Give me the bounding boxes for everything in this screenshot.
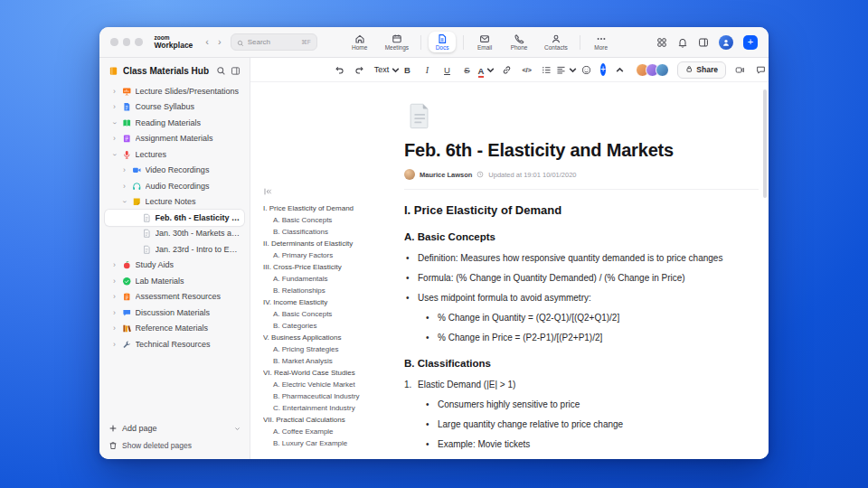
sidebar-item[interactable]: ›Video Recordings <box>105 163 244 179</box>
bold-button[interactable]: B <box>401 61 413 78</box>
sidebar-search-icon[interactable] <box>216 66 226 76</box>
strikethrough-button[interactable]: S <box>461 61 473 78</box>
outline-item[interactable]: VII. Practical Calculations <box>263 414 397 426</box>
tab-email[interactable]: Email <box>471 32 498 53</box>
sidebar-item[interactable]: ›Jan. 30th - Markets and P... <box>105 226 244 242</box>
doc-list-item[interactable]: •% Change in Quantity = (Q2-Q1)/[(Q2+Q1)… <box>404 312 759 324</box>
outline-item[interactable]: A. Fundamentals <box>263 273 397 285</box>
search-input[interactable]: Search ⌘F <box>231 33 317 51</box>
outline-item[interactable]: B. Classifications <box>263 226 397 238</box>
chevron-right-icon[interactable]: › <box>120 183 128 191</box>
outline-item[interactable]: B. Market Analysis <box>263 355 397 367</box>
sidebar-item[interactable]: ›Assessment Resources <box>105 289 244 305</box>
tab-phone[interactable]: Phone <box>505 32 533 53</box>
add-page-chevron-icon[interactable] <box>234 426 241 432</box>
doc-list-item[interactable]: •Consumers highly sensitive to price <box>404 399 759 410</box>
outline-item[interactable]: B. Relationships <box>263 285 397 296</box>
tab-contacts[interactable]: Contacts <box>540 32 572 53</box>
outline-item[interactable]: A. Electric Vehicle Market <box>263 379 397 390</box>
doc-heading[interactable]: A. Basic Concepts <box>404 231 759 242</box>
tab-meetings[interactable]: Meetings <box>381 32 413 53</box>
text-color-button[interactable]: A <box>481 61 493 78</box>
sidebar-item[interactable]: ›Lecture Notes <box>105 194 244 211</box>
chevron-right-icon[interactable]: › <box>110 103 118 111</box>
tab-docs[interactable]: Docs <box>429 32 456 53</box>
sidebar-item[interactable]: ›Jan. 23rd - Intro to Econo... <box>105 241 244 258</box>
doc-list-item[interactable]: •Uses midpoint formula to avoid asymmetr… <box>404 292 759 304</box>
chevron-right-icon[interactable]: › <box>110 261 118 269</box>
collapse-outline-icon[interactable] <box>263 187 272 196</box>
notifications-bell-icon[interactable] <box>677 37 688 48</box>
outline-item[interactable]: A. Coffee Example <box>263 426 397 437</box>
underline-button[interactable]: U <box>441 61 453 78</box>
outline-item[interactable]: IV. Income Elasticity <box>263 296 397 308</box>
new-item-button[interactable]: + <box>743 35 758 50</box>
doc-list-item[interactable]: •Example: Movie tickets <box>404 438 759 450</box>
back-arrow-icon[interactable]: ‹ <box>205 37 209 47</box>
outline-item[interactable]: III. Cross-Price Elasticity <box>263 261 397 273</box>
doc-list-item[interactable]: •Definition: Measures how responsive qua… <box>404 252 759 264</box>
chevron-right-icon[interactable]: › <box>110 341 118 349</box>
sidebar-collapse-icon[interactable] <box>231 66 241 76</box>
doc-list-item[interactable]: •% Change in Price = (P2-P1)/[(P2+P1)/2] <box>404 332 759 343</box>
outline-item[interactable]: A. Primary Factors <box>263 249 397 261</box>
collapse-toolbar-button[interactable] <box>614 61 626 78</box>
chevron-down-icon[interactable]: › <box>120 198 128 206</box>
outline-item[interactable]: A. Basic Concepts <box>263 308 397 320</box>
show-deleted-pages-button[interactable]: Show deleted pages <box>108 441 241 450</box>
zoom-window-button[interactable] <box>135 38 143 46</box>
doc-list-item[interactable]: •Large quantity change relative to price… <box>404 418 759 430</box>
sidebar-item[interactable]: ›Audio Recordings <box>105 178 244 194</box>
outline-item[interactable]: A. Basic Concepts <box>263 214 397 226</box>
outline-item[interactable]: I. Price Elasticity of Demand <box>263 202 397 214</box>
share-button[interactable]: Share <box>677 61 726 79</box>
outline-item[interactable]: B. Categories <box>263 320 397 332</box>
sidebar-item[interactable]: ›Course Syllabus <box>105 99 244 116</box>
doc-heading[interactable]: I. Price Elasticity of Demand <box>404 203 759 217</box>
insert-block-button[interactable]: + <box>600 63 606 76</box>
text-style-dropdown[interactable]: Text <box>382 61 393 78</box>
chevron-right-icon[interactable]: › <box>110 309 118 317</box>
minimize-window-button[interactable] <box>123 38 131 46</box>
tab-more[interactable]: More <box>588 32 615 53</box>
sidebar-item[interactable]: ›Reading Materials <box>105 115 244 131</box>
close-window-button[interactable] <box>110 38 118 46</box>
apps-grid-icon[interactable] <box>656 37 667 48</box>
chevron-right-icon[interactable]: › <box>110 135 118 143</box>
collaborator-avatars[interactable] <box>636 63 669 77</box>
chevron-down-icon[interactable]: › <box>110 118 118 127</box>
video-call-button[interactable] <box>734 61 746 78</box>
tab-home[interactable]: Home <box>346 32 373 53</box>
sidebar-item[interactable]: ›Study Aids <box>105 258 244 274</box>
sidebar-item[interactable]: ›Lab Materials <box>105 273 244 289</box>
doc-list-item[interactable]: 1.Elastic Demand (|E| > 1) <box>404 379 759 390</box>
doc-list-item[interactable]: •Formula: (% Change in Quantity Demanded… <box>404 272 759 284</box>
chevron-right-icon[interactable]: › <box>110 88 118 96</box>
chevron-down-icon[interactable]: › <box>110 150 118 158</box>
sidebar-item[interactable]: ›Lecture Slides/Presentations <box>105 83 244 99</box>
sidebar-item[interactable]: ›Lectures <box>105 146 244 163</box>
outline-item[interactable]: A. Pricing Strategies <box>263 343 397 355</box>
outline-item[interactable]: V. Business Applications <box>263 332 397 343</box>
outline-item[interactable]: VI. Real-World Case Studies <box>263 367 397 379</box>
outline-item[interactable]: B. Luxury Car Example <box>263 437 397 449</box>
alignment-button[interactable] <box>561 61 572 78</box>
chevron-right-icon[interactable]: › <box>110 277 118 286</box>
undo-button[interactable] <box>334 61 345 78</box>
sidebar-item[interactable]: ›Feb. 6th - Elasticity and M... <box>105 210 244 226</box>
bulleted-list-button[interactable] <box>541 61 552 78</box>
emoji-button[interactable] <box>580 61 592 78</box>
sidebar-item[interactable]: ›Technical Resources <box>105 336 244 352</box>
forward-arrow-icon[interactable]: › <box>218 37 222 47</box>
sidebar-item[interactable]: ›Reference Materials <box>105 321 244 337</box>
panel-toggle-icon[interactable] <box>698 37 709 48</box>
doc-list-item[interactable]: 2.Inelastic Demand (|E| < 1) <box>404 458 759 459</box>
document-title[interactable]: Feb. 6th - Elasticity and Markets <box>404 140 759 161</box>
redo-button[interactable] <box>354 61 365 78</box>
italic-button[interactable]: I <box>421 61 433 78</box>
outline-item[interactable]: II. Determinants of Elasticity <box>263 238 397 249</box>
outline-item[interactable]: B. Pharmaceutical Industry <box>263 390 397 402</box>
comments-button[interactable] <box>755 61 767 78</box>
code-button[interactable]: </> <box>521 61 533 78</box>
doc-heading[interactable]: B. Classifications <box>404 358 759 369</box>
